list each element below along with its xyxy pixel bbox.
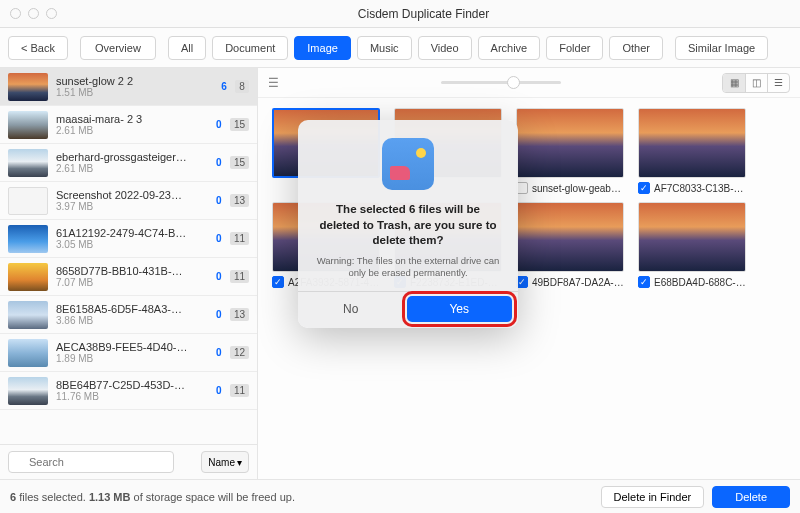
tab-archive[interactable]: Archive: [478, 36, 541, 60]
file-name: 8E6158A5-6D5F-48A3-…: [56, 303, 204, 315]
file-size: 7.07 MB: [56, 277, 204, 288]
sort-button[interactable]: Name▾: [201, 451, 249, 473]
total-count: 15: [230, 156, 249, 169]
view-columns-icon[interactable]: ◫: [745, 74, 767, 92]
thumbnail-filename: AF7C8033-C13B-4…: [654, 183, 746, 194]
list-item[interactable]: maasai-mara- 2 3 2.61 MB 0 15: [0, 106, 257, 144]
file-name: 8658D77B-BB10-431B-…: [56, 265, 204, 277]
sort-label: Name: [208, 457, 235, 468]
list-item[interactable]: Screenshot 2022-09-23… 3.97 MB 0 13: [0, 182, 257, 220]
selected-count: 0: [212, 157, 226, 168]
content-toolbar: ☰ ▦ ◫ ☰: [258, 68, 800, 98]
thumbnail-filename: E68BDA4D-688C-4…: [654, 277, 746, 288]
search-input[interactable]: [8, 451, 174, 473]
file-name: 61A12192-2479-4C74-B…: [56, 227, 204, 239]
total-count: 13: [230, 308, 249, 321]
item-info: 8658D77B-BB10-431B-… 7.07 MB: [56, 265, 204, 288]
list-item[interactable]: 8658D77B-BB10-431B-… 7.07 MB 0 11: [0, 258, 257, 296]
tab-document[interactable]: Document: [212, 36, 288, 60]
item-counts: 0 13: [212, 308, 249, 321]
tab-folder[interactable]: Folder: [546, 36, 603, 60]
selected-count: 6: [217, 81, 231, 92]
item-info: 8BE64B77-C25D-453D-… 11.76 MB: [56, 379, 204, 402]
checkbox-icon[interactable]: ✓: [272, 276, 284, 288]
filter-icon[interactable]: ☰: [268, 76, 279, 90]
list-item[interactable]: 61A12192-2479-4C74-B… 3.05 MB 0 11: [0, 220, 257, 258]
thumbnail-image: [638, 108, 746, 178]
tab-other[interactable]: Other: [609, 36, 663, 60]
file-size: 1.51 MB: [56, 87, 209, 98]
view-grid-icon[interactable]: ▦: [723, 74, 745, 92]
file-name: 8BE64B77-C25D-453D-…: [56, 379, 204, 391]
close-icon[interactable]: [10, 8, 21, 19]
thumbnail-image: [516, 202, 624, 272]
selected-count: 0: [212, 385, 226, 396]
dropdown-icon: ▾: [237, 457, 242, 468]
selected-count: 0: [212, 347, 226, 358]
window-title: Cisdem Duplicate Finder: [57, 7, 790, 21]
titlebar: Cisdem Duplicate Finder: [0, 0, 800, 28]
file-name: eberhard-grossgasteiger…: [56, 151, 204, 163]
thumbnail-icon: [8, 225, 48, 253]
thumbnail-image: [516, 108, 624, 178]
dialog-buttons: No Yes: [298, 291, 518, 328]
minimize-icon[interactable]: [28, 8, 39, 19]
total-count: 13: [230, 194, 249, 207]
footer: 6 files selected. 1.13 MB of storage spa…: [0, 479, 800, 513]
dialog-message: The selected 6 files will be deleted to …: [298, 202, 518, 249]
file-size: 2.61 MB: [56, 125, 204, 136]
file-name: maasai-mara- 2 3: [56, 113, 204, 125]
tab-video[interactable]: Video: [418, 36, 472, 60]
selected-count: 0: [212, 233, 226, 244]
thumbnail-cell[interactable]: sunset-glow-geab3…: [516, 108, 624, 194]
checkbox-icon[interactable]: ✓: [638, 276, 650, 288]
thumbnail-icon: [8, 149, 48, 177]
item-counts: 0 11: [212, 232, 249, 245]
list-item[interactable]: 8E6158A5-6D5F-48A3-… 3.86 MB 0 13: [0, 296, 257, 334]
thumbnail-cell[interactable]: ✓E68BDA4D-688C-4…: [638, 202, 746, 288]
thumbnail-icon: [8, 187, 48, 215]
thumbnail-cell[interactable]: ✓49BDF8A7-DA2A-4…: [516, 202, 624, 288]
total-count: 11: [230, 232, 249, 245]
dialog-warning: Warning: The files on the external drive…: [298, 249, 518, 292]
delete-in-finder-button[interactable]: Delete in Finder: [601, 486, 705, 508]
dialog-no-button[interactable]: No: [298, 292, 404, 326]
tab-image[interactable]: Image: [294, 36, 351, 60]
list-item[interactable]: eberhard-grossgasteiger… 2.61 MB 0 15: [0, 144, 257, 182]
back-button[interactable]: < Back: [8, 36, 68, 60]
file-size: 11.76 MB: [56, 391, 204, 402]
tab-all[interactable]: All: [168, 36, 206, 60]
item-counts: 0 11: [212, 270, 249, 283]
thumbnail-size-slider[interactable]: [279, 81, 722, 84]
file-size: 3.05 MB: [56, 239, 204, 250]
item-info: eberhard-grossgasteiger… 2.61 MB: [56, 151, 204, 174]
similar-image-button[interactable]: Similar Image: [675, 36, 768, 60]
file-size: 3.97 MB: [56, 201, 204, 212]
delete-button[interactable]: Delete: [712, 486, 790, 508]
zoom-icon[interactable]: [46, 8, 57, 19]
total-count: 12: [230, 346, 249, 359]
checkbox-icon[interactable]: ✓: [638, 182, 650, 194]
thumbnail-filename: sunset-glow-geab3…: [532, 183, 624, 194]
list-item[interactable]: sunset-glow 2 2 1.51 MB 6 8: [0, 68, 257, 106]
dialog-app-icon: [382, 138, 434, 190]
thumbnail-label: ✓49BDF8A7-DA2A-4…: [516, 276, 624, 288]
dialog-yes-button[interactable]: Yes: [407, 296, 513, 322]
file-name: sunset-glow 2 2: [56, 75, 209, 87]
view-list-icon[interactable]: ☰: [767, 74, 789, 92]
thumbnail-label: ✓E68BDA4D-688C-4…: [638, 276, 746, 288]
thumbnail-image: [638, 202, 746, 272]
file-size: 3.86 MB: [56, 315, 204, 326]
item-counts: 0 13: [212, 194, 249, 207]
list-item[interactable]: AECA38B9-FEE5-4D40-… 1.89 MB 0 12: [0, 334, 257, 372]
item-info: 61A12192-2479-4C74-B… 3.05 MB: [56, 227, 204, 250]
item-info: AECA38B9-FEE5-4D40-… 1.89 MB: [56, 341, 204, 364]
duplicate-group-list[interactable]: sunset-glow 2 2 1.51 MB 6 8 maasai-mara-…: [0, 68, 257, 444]
selected-count: 0: [212, 119, 226, 130]
overview-button[interactable]: Overview: [80, 36, 156, 60]
tab-music[interactable]: Music: [357, 36, 412, 60]
thumbnail-cell[interactable]: ✓AF7C8033-C13B-4…: [638, 108, 746, 194]
list-item[interactable]: 8BE64B77-C25D-453D-… 11.76 MB 0 11: [0, 372, 257, 410]
item-counts: 0 15: [212, 156, 249, 169]
thumbnail-icon: [8, 339, 48, 367]
